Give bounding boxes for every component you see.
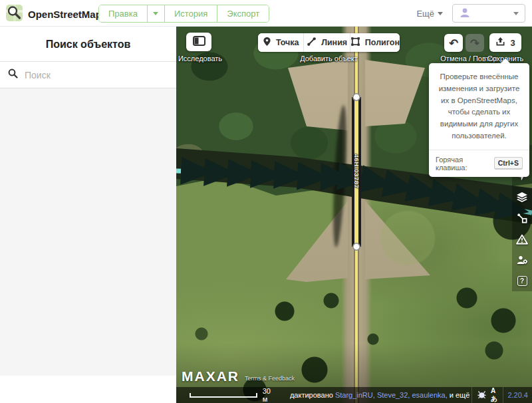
bug-report-icon[interactable] bbox=[477, 390, 487, 400]
browse-mode-button[interactable] bbox=[186, 33, 211, 51]
add-feature-toolbar: Точка Линия Полигон bbox=[258, 33, 400, 52]
statusbar-icons: Aあ bbox=[471, 387, 503, 403]
scale-bar bbox=[190, 393, 257, 398]
chevron-down-icon bbox=[438, 12, 443, 15]
edited-prefix: дактировано bbox=[290, 391, 333, 399]
background-layers-button[interactable] bbox=[515, 190, 529, 203]
history-button[interactable]: История bbox=[165, 5, 217, 22]
brand-title: OpenStreetMap bbox=[28, 9, 102, 20]
imagery-attribution: MAXAR Terms & Feedback bbox=[182, 368, 295, 384]
user-avatar-icon bbox=[459, 7, 471, 21]
user-link[interactable]: esaulenka, bbox=[412, 391, 447, 399]
more-menu[interactable]: Ещё bbox=[416, 9, 443, 19]
add-area-button[interactable]: Полигон bbox=[350, 33, 400, 52]
feature-search-sidebar: Поиск объектов bbox=[0, 27, 176, 403]
status-bar: 30 м дактировано Starg_inRU, Steve_32, e… bbox=[176, 387, 532, 403]
topbar-right: Ещё bbox=[416, 0, 525, 27]
sidebar-results-area bbox=[0, 88, 176, 376]
redo-button[interactable]: ↷ bbox=[466, 34, 484, 52]
undo-icon: ↶ bbox=[449, 37, 458, 50]
point-icon bbox=[263, 37, 271, 49]
imagery-brand-logo: MAXAR bbox=[182, 368, 239, 384]
area-icon bbox=[350, 37, 360, 49]
add-point-button[interactable]: Точка bbox=[258, 33, 304, 52]
edit-button[interactable]: Правка bbox=[99, 5, 148, 22]
user-link[interactable]: Starg_inRU, bbox=[335, 391, 375, 399]
preferences-button[interactable] bbox=[515, 253, 529, 267]
id-editor-app: OpenStreetMap Правка История Экспорт Ещё… bbox=[0, 0, 532, 403]
edit-dropdown-button[interactable] bbox=[148, 5, 165, 22]
upload-icon bbox=[495, 37, 505, 49]
translate-icon[interactable]: Aあ bbox=[491, 387, 498, 403]
export-button[interactable]: Экспорт bbox=[217, 5, 269, 22]
search-input[interactable] bbox=[25, 70, 168, 80]
map-data-button[interactable] bbox=[515, 211, 529, 225]
scale-label: 30 м bbox=[263, 387, 275, 403]
line-icon bbox=[307, 37, 317, 49]
browse-icon bbox=[193, 36, 205, 48]
redo-icon: ↷ bbox=[470, 37, 479, 50]
add-line-button[interactable]: Линия bbox=[304, 33, 350, 52]
add-feature-label: Добавить объект bbox=[258, 55, 400, 63]
point-label: Точка bbox=[276, 38, 299, 47]
save-tooltip-text: Проверьте внесённые изменения и загрузит… bbox=[429, 63, 529, 150]
brand[interactable]: OpenStreetMap bbox=[5, 4, 102, 25]
search-row bbox=[0, 62, 176, 88]
area-label: Полигон bbox=[365, 38, 400, 47]
save-tooltip: Проверьте внесённые изменения и загрузит… bbox=[429, 63, 529, 177]
bridge-vertex-bottom[interactable] bbox=[353, 243, 360, 250]
map-canvas[interactable]: 46Н-03787 Исследовать Точка Линия bbox=[176, 27, 532, 403]
line-label: Линия bbox=[321, 38, 347, 47]
user-menu-button[interactable] bbox=[452, 4, 525, 23]
main-nav: Правка История Экспорт bbox=[98, 5, 269, 23]
sidebar-title: Поиск объектов bbox=[0, 27, 176, 61]
browse-label: Исследовать bbox=[176, 55, 224, 63]
issues-button[interactable] bbox=[515, 233, 529, 246]
hotkey-kbd: Ctrl+S bbox=[494, 157, 523, 170]
search-icon bbox=[8, 68, 18, 81]
save-button[interactable]: 3 bbox=[489, 33, 521, 52]
help-icon: ? bbox=[517, 276, 527, 286]
road-ref-label: 46Н-03787 bbox=[353, 148, 360, 195]
version-link[interactable]: 2.20.4 bbox=[503, 387, 532, 403]
more-label: Ещё bbox=[416, 9, 434, 19]
chevron-down-icon bbox=[513, 12, 519, 15]
top-navbar: OpenStreetMap Правка История Экспорт Ещё bbox=[0, 0, 532, 27]
edited-by-text: дактировано Starg_inRU, Steve_32, esaule… bbox=[290, 391, 471, 399]
hotkey-label: Горячая клавиша: bbox=[436, 156, 490, 172]
chevron-down-icon bbox=[153, 12, 158, 15]
save-count-badge: 3 bbox=[510, 38, 515, 48]
imagery-terms-link[interactable]: Terms & Feedback bbox=[245, 375, 295, 384]
help-button[interactable]: ? bbox=[515, 275, 529, 288]
save-tooltip-hotkey-row: Горячая клавиша: Ctrl+S bbox=[429, 150, 529, 177]
bridge-vertex-top[interactable] bbox=[353, 94, 360, 100]
undo-button[interactable]: ↶ bbox=[444, 34, 463, 52]
more-users-prefix: и ещё bbox=[450, 391, 470, 399]
openstreetmap-logo-icon bbox=[5, 4, 23, 25]
user-link[interactable]: Steve_32, bbox=[377, 391, 410, 399]
